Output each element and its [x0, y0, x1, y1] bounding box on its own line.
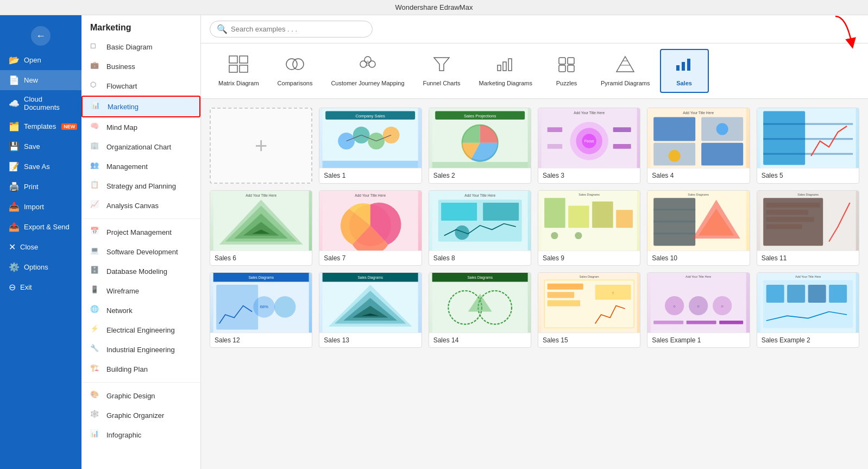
- template-sales2[interactable]: Sales Projections Sales 2: [429, 108, 531, 184]
- tcat-comparisons[interactable]: Comparisons: [269, 49, 322, 93]
- tcat-customer[interactable]: Customer Journey Mapping: [322, 49, 413, 93]
- svg-rect-52: [613, 144, 631, 149]
- template-sales10[interactable]: Sales Diagrams Sales 10: [647, 190, 750, 266]
- cat-graphic[interactable]: 🎨 Graphic Design: [81, 386, 200, 405]
- cat-flowchart[interactable]: ⬡ Flowchart: [81, 76, 200, 96]
- sidebar-item-import[interactable]: 📥 Import: [0, 197, 81, 217]
- svg-rect-37: [323, 161, 418, 168]
- svg-rect-94: [653, 221, 695, 222]
- svg-text:○: ○: [721, 304, 724, 309]
- search-input[interactable]: [231, 25, 366, 33]
- sidebar-item-saveas[interactable]: 📝 Save As: [0, 157, 81, 177]
- cat-database[interactable]: 🗄️ Database Modeling: [81, 261, 200, 281]
- new-icon: 📄: [9, 75, 20, 85]
- svg-text:Sales Diagrams: Sales Diagrams: [467, 276, 493, 280]
- cat-wireframe[interactable]: 📱 Wireframe: [81, 281, 200, 301]
- svg-rect-84: [544, 198, 565, 228]
- back-button[interactable]: ←: [31, 26, 51, 46]
- svg-rect-80: [483, 203, 519, 221]
- tcat-funnel[interactable]: Funnel Charts: [414, 49, 469, 93]
- svg-point-6: [293, 59, 304, 70]
- thumb-sales15: Sales Diagram ↑: [538, 273, 640, 333]
- sidebar-item-new[interactable]: 📄 New: [0, 70, 81, 90]
- tcat-marketing[interactable]: Marketing Diagrams: [470, 49, 541, 93]
- label-sales10: Sales 10: [647, 251, 749, 265]
- cat-project[interactable]: 📅 Project Management: [81, 222, 200, 242]
- svg-rect-131: [548, 301, 581, 307]
- svg-text:○: ○: [674, 304, 676, 309]
- template-sales6[interactable]: Add Your Title Here Sales 6: [210, 190, 312, 266]
- plus-icon: +: [255, 134, 267, 158]
- label-sales14: Sales 14: [429, 333, 531, 347]
- sidebar-item-exit[interactable]: ⊖ Exit: [0, 277, 81, 297]
- label-sales13: Sales 13: [319, 333, 421, 347]
- label-sales11: Sales 11: [757, 251, 859, 265]
- svg-rect-148: [766, 285, 784, 303]
- industrial-icon: 🔧: [90, 344, 101, 355]
- cat-software[interactable]: 💻 Software Development: [81, 242, 200, 261]
- template-sales4[interactable]: Add Your Title Here Sales 4: [647, 108, 750, 184]
- cat-network[interactable]: 🌐 Network: [81, 301, 200, 320]
- tcat-pyramid[interactable]: Pyramid Diagrams: [592, 49, 658, 93]
- template-sales3[interactable]: Add Your Title Here Focus Sales 3: [538, 108, 640, 184]
- template-sales5[interactable]: Sales 5: [757, 108, 859, 184]
- svg-rect-26: [687, 59, 690, 71]
- svg-rect-25: [682, 62, 685, 71]
- database-icon: 🗄️: [90, 266, 101, 277]
- template-sales15[interactable]: Sales Diagram ↑ Sales 15: [538, 272, 640, 348]
- sidebar-item-options[interactable]: ⚙️ Options: [0, 257, 81, 277]
- tcat-puzzles[interactable]: Puzzles: [542, 49, 591, 93]
- puzzles-icon: [557, 55, 576, 77]
- template-sales14[interactable]: Sales Diagrams Sales 14: [429, 272, 531, 348]
- cat-organizer[interactable]: 🕸️ Graphic Organizer: [81, 405, 200, 425]
- cat-infographic[interactable]: 📊 Infographic: [81, 425, 200, 445]
- new-template-card[interactable]: +: [210, 108, 312, 184]
- sidebar-item-cloud[interactable]: ☁️ Cloud Documents: [0, 90, 81, 116]
- cat-basic[interactable]: ◻ Basic Diagram: [81, 37, 200, 57]
- templates-grid: + Company Sales: [201, 99, 868, 469]
- template-salesex2[interactable]: Add Your Title Here Sales Example 2: [757, 272, 859, 348]
- label-sales9: Sales 9: [538, 251, 640, 265]
- cat-mindmap[interactable]: 🧠 Mind Map: [81, 117, 200, 137]
- sidebar-item-save[interactable]: 💾 Save: [0, 136, 81, 157]
- search-input-wrap[interactable]: 🔍: [210, 21, 373, 37]
- template-sales13[interactable]: Sales Diagrams Sales 13: [319, 272, 422, 348]
- cat-strategy[interactable]: 📋 Strategy and Planning: [81, 176, 200, 196]
- analysis-icon: 📈: [90, 200, 101, 211]
- search-icon: 🔍: [217, 24, 228, 34]
- template-sales12[interactable]: Sales Diagrams 68% Sales 12: [210, 272, 312, 348]
- svg-rect-86: [592, 202, 613, 228]
- tcat-matrix[interactable]: Matrix Diagram: [210, 49, 268, 93]
- cat-industrial[interactable]: 🔧 Industrial Engineering: [81, 340, 200, 359]
- cat-orgchart[interactable]: 🏢 Organizational Chart: [81, 137, 200, 157]
- sidebar-item-print[interactable]: 🖨️ Print: [0, 177, 81, 197]
- cat-management[interactable]: 👥 Management: [81, 157, 200, 176]
- tcat-sales[interactable]: Sales: [660, 49, 709, 93]
- cat-marketing[interactable]: 📊 Marketing: [81, 96, 200, 117]
- cat-analysis[interactable]: 📈 Analysis Canvas: [81, 196, 200, 215]
- svg-rect-142: [653, 321, 683, 324]
- svg-text:○: ○: [697, 304, 700, 309]
- management-icon: 👥: [90, 161, 101, 172]
- basic-icon: ◻: [90, 41, 101, 52]
- template-sales9[interactable]: Sales Diagrams Sales 9: [538, 190, 640, 266]
- svg-text:Company Sales: Company Sales: [356, 114, 385, 118]
- cat-business[interactable]: 💼 Business: [81, 57, 200, 76]
- svg-rect-1: [229, 56, 237, 63]
- svg-text:Sales Diagrams: Sales Diagrams: [797, 193, 819, 196]
- sidebar-item-open[interactable]: 📂 Open: [0, 50, 81, 70]
- template-sales11[interactable]: Sales Diagrams Sales 11: [757, 190, 859, 266]
- sidebar-item-export[interactable]: 📤 Export & Send: [0, 217, 81, 237]
- cat-building[interactable]: 🏗️ Building Plan: [81, 359, 200, 379]
- cat-electrical[interactable]: ⚡ Electrical Engineering: [81, 320, 200, 340]
- template-sales7[interactable]: Add Your Title Here Sales 7: [319, 190, 422, 266]
- sidebar-item-close[interactable]: ✕ Close: [0, 237, 81, 257]
- template-sales8[interactable]: Add Your Title Here Sales 8: [429, 190, 531, 266]
- sidebar-item-templates[interactable]: 🗂️ Templates NEW: [0, 116, 81, 136]
- template-sales1[interactable]: Company Sales Sales 1: [319, 108, 422, 184]
- svg-rect-95: [653, 233, 695, 234]
- svg-rect-79: [441, 203, 477, 221]
- thumb-sales10: Sales Diagrams: [647, 191, 749, 251]
- template-salesex1[interactable]: Add Your Title Here ○ ○ ○ Sales Example …: [647, 272, 750, 348]
- svg-rect-19: [559, 65, 565, 72]
